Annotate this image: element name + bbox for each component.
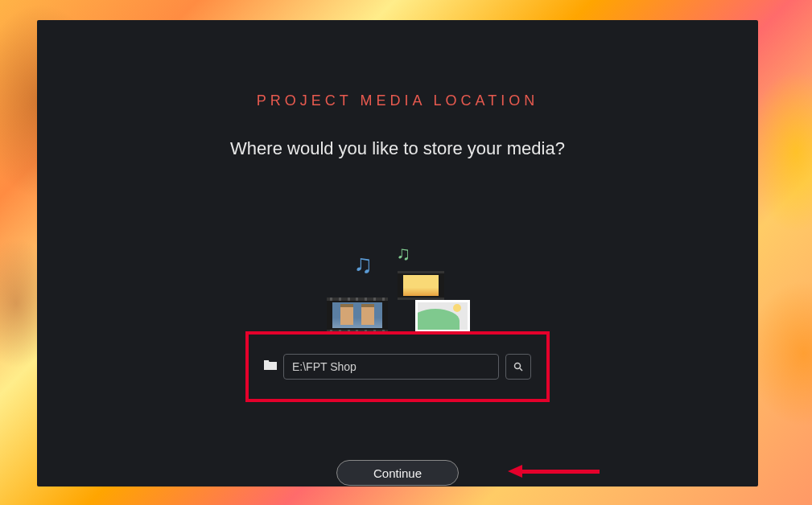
path-input-highlight-box [245,331,550,402]
svg-rect-0 [264,362,277,370]
annotation-arrow [508,465,600,478]
search-icon [513,362,523,372]
project-media-location-dialog: PROJECT MEDIA LOCATION Where would you l… [37,20,758,487]
svg-rect-1 [264,360,269,363]
music-note-icon: ♫ [353,249,373,279]
media-illustration: ♫ ♫ [261,245,534,334]
continue-button[interactable]: Continue [336,460,459,486]
photo-icon [415,300,470,332]
media-path-input[interactable] [283,354,499,380]
music-note-icon: ♫ [396,242,410,265]
dialog-title: PROJECT MEDIA LOCATION [257,92,538,109]
film-clip-icon [327,298,388,333]
svg-point-2 [515,363,521,369]
dialog-subtitle: Where would you like to store your media… [230,138,565,159]
folder-icon [264,359,277,374]
browse-button[interactable] [505,354,531,380]
svg-line-3 [520,368,522,371]
film-clip-icon [398,271,444,300]
